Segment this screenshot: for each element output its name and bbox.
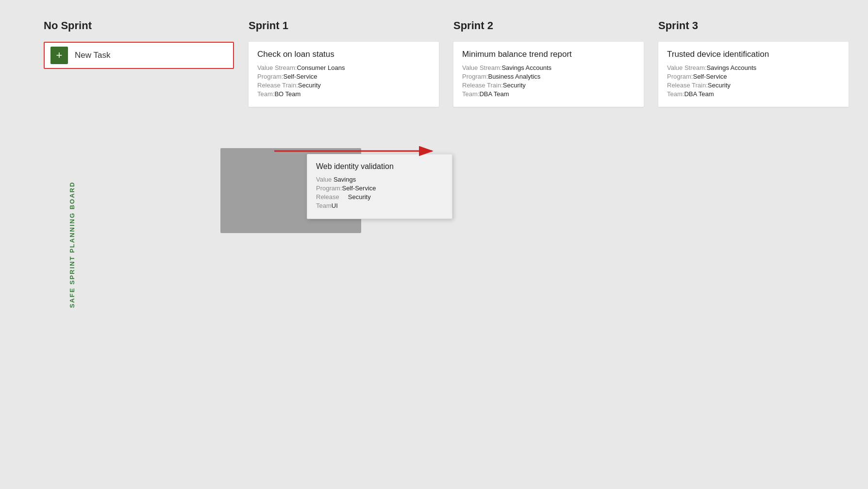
drag-card-program: Program:Self-Service [316,185,443,192]
card-team: Team:BO Team [257,90,430,98]
column-header-sprint-3: Sprint 3 [658,19,849,32]
drag-card-value-stream: Value Savings [316,176,443,183]
card-trusted-device[interactable]: Trusted device identification Value Stre… [658,42,849,107]
column-sprint-3: Sprint 3 Trusted device identification V… [658,19,849,114]
drag-card-release: Release Security [316,193,443,201]
column-sprint-2: Sprint 2 Minimum balance trend report Va… [453,19,644,114]
card-release-train: Release Train:Security [667,82,840,89]
card-value-stream: Value Stream:Consumer Loans [257,64,430,71]
drag-card-title: Web identity validation [316,162,443,171]
card-check-loan-status[interactable]: Check on loan status Value Stream:Consum… [249,42,439,107]
card-title: Trusted device identification [667,50,840,59]
card-team: Team:DBA Team [667,90,840,98]
card-title: Check on loan status [257,50,430,59]
new-task-button[interactable]: + New Task [44,42,234,69]
new-task-label: New Task [75,51,110,60]
card-release-train: Release Train:Security [462,82,635,89]
column-header-sprint-2: Sprint 2 [453,19,644,32]
card-value-stream: Value Stream:Savings Accounts [462,64,635,71]
card-program: Program:Self-Service [667,73,840,80]
card-team: Team:DBA Team [462,90,635,98]
column-header-no-sprint: No Sprint [44,19,234,32]
columns-container: No Sprint + New Task Sprint 1 Check on l… [44,19,849,114]
card-min-balance[interactable]: Minimum balance trend report Value Strea… [453,42,644,107]
plus-icon: + [50,47,68,64]
sprint1-cards: Check on loan status Value Stream:Consum… [249,42,439,107]
board: No Sprint + New Task Sprint 1 Check on l… [24,0,868,489]
card-release-train: Release Train:Security [257,82,430,89]
drag-overlay: Web identity validation Value Savings Pr… [220,148,455,233]
column-header-sprint-1: Sprint 1 [249,19,439,32]
drag-card-web-identity[interactable]: Web identity validation Value Savings Pr… [307,154,452,219]
card-program: Program:Business Analytics [462,73,635,80]
card-program: Program:Self-Service [257,73,430,80]
card-value-stream: Value Stream:Savings Accounts [667,64,840,71]
drag-card-team: TeamUI [316,202,443,209]
column-no-sprint: No Sprint + New Task [44,19,234,114]
card-title: Minimum balance trend report [462,50,635,59]
column-sprint-1: Sprint 1 Check on loan status Value Stre… [249,19,439,114]
